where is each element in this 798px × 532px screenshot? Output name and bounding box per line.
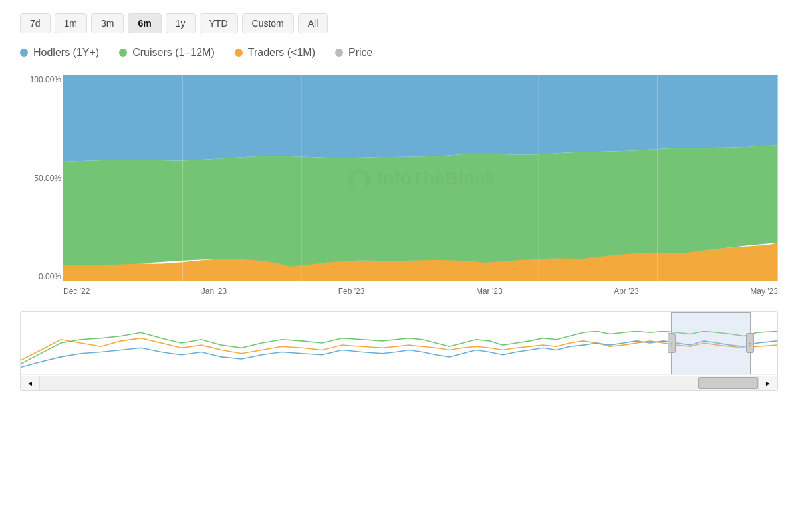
x-label: Mar '23 [476,287,503,296]
scroll-left-button[interactable]: ◄ [21,376,39,390]
scroll-right-button[interactable]: ► [759,376,777,390]
main-container: 7d1m3m6m1yYTDCustomAll Hodlers (1Y+)Crui… [0,0,798,532]
time-btn-1m[interactable]: 1m [55,13,87,33]
nav-thumb[interactable]: ||| [698,377,758,389]
time-btn-1y[interactable]: 1y [166,13,196,33]
legend-item-hodlers: Hodlers (1Y+) [20,47,99,59]
time-range-selector: 7d1m3m6m1yYTDCustomAll [20,13,778,33]
time-btn-3m[interactable]: 3m [91,13,124,33]
chart-svg [63,75,778,281]
x-label: May '23 [750,287,778,296]
x-axis-labels: Dec '22Jan '23Feb '23Mar '23Apr '23May '… [63,281,778,301]
time-btn-6m[interactable]: 6m [128,13,161,33]
legend-label-cruisers: Cruisers (1–12M) [132,47,215,59]
time-btn-custom[interactable]: Custom [242,13,294,33]
legend-item-cruisers: Cruisers (1–12M) [119,47,215,59]
main-chart: 100.00%50.00%0.00% [20,75,778,301]
nav-handle-left[interactable]: ⋮ [668,333,676,353]
legend-label-price: Price [348,47,372,59]
legend-item-traders: Traders (<1M) [235,47,315,59]
x-label: Apr '23 [614,287,639,296]
navigator: ⋮ ⋮ 20152020 ◄ ||| ► [20,311,778,391]
nav-selection[interactable]: ⋮ ⋮ [671,312,751,374]
chart-legend: Hodlers (1Y+)Cruisers (1–12M)Traders (<1… [20,47,778,59]
chart-canvas: IntoTheBlock [63,75,778,281]
x-label: Dec '22 [63,287,90,296]
nav-scrollbar[interactable]: ||| [39,376,759,390]
x-label: Jan '23 [201,287,227,296]
legend-dot-price [335,49,343,57]
time-btn-ytd[interactable]: YTD [200,13,238,33]
y-axis-labels: 100.00%50.00%0.00% [20,75,66,281]
legend-dot-hodlers [20,49,28,57]
legend-dot-cruisers [119,49,127,57]
legend-dot-traders [235,49,243,57]
time-btn-all[interactable]: All [298,13,329,33]
y-label: 50.00% [20,174,66,183]
nav-canvas: ⋮ ⋮ [21,312,777,374]
x-label: Feb '23 [338,287,365,296]
legend-label-traders: Traders (<1M) [248,47,315,59]
time-btn-7d[interactable]: 7d [20,13,51,33]
nav-svg [21,312,777,374]
chart-area: 100.00%50.00%0.00% [20,75,778,519]
y-label: 0.00% [20,272,66,281]
legend-label-hodlers: Hodlers (1Y+) [33,47,99,59]
y-label: 100.00% [20,75,66,84]
legend-item-price: Price [335,47,372,59]
nav-handle-right[interactable]: ⋮ [746,333,754,353]
